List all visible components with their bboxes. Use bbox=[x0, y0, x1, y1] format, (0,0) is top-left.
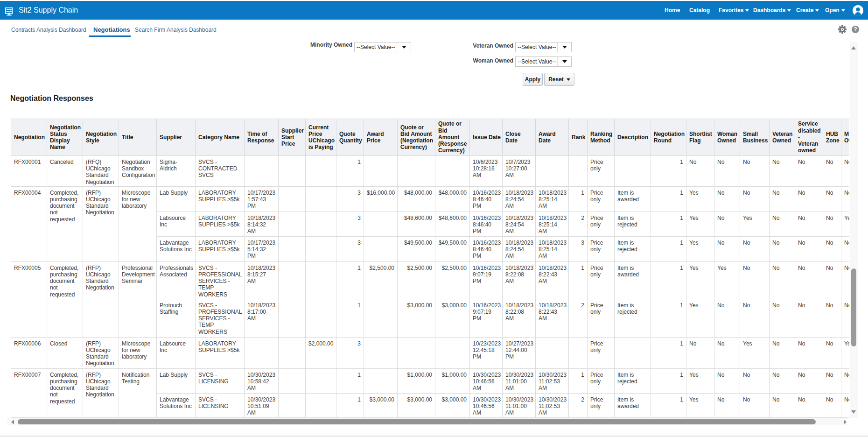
svg-text:?: ? bbox=[854, 26, 857, 33]
